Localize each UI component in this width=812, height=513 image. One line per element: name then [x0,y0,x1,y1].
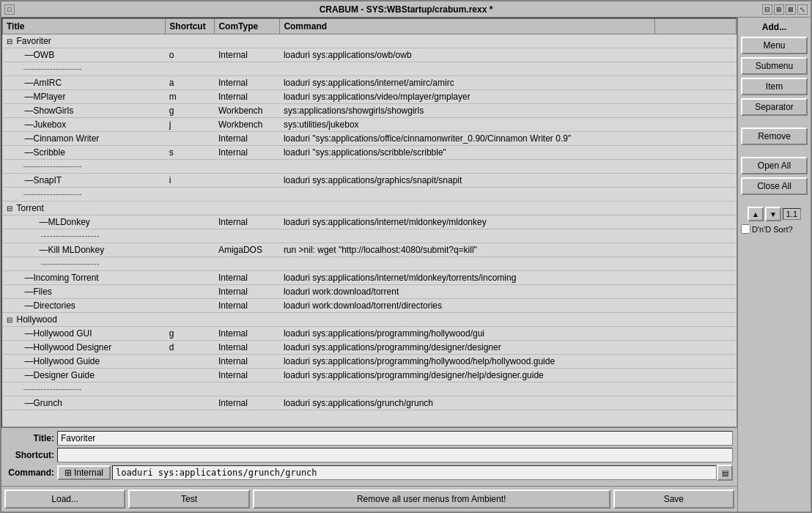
table-row[interactable]: ⊟Favoriter [3,34,737,48]
close-all-button[interactable]: Close All [741,177,808,195]
item-shortcut-cell: j [166,118,215,132]
item-title-cell: —Incoming Torrent [3,271,166,285]
col-header-comtype: ComType [215,19,280,34]
sidebar-divider-3 [741,198,808,204]
move-down-button[interactable]: ▼ [765,207,781,221]
group-cell [166,313,215,327]
item-title-cell: —OWB [3,48,166,62]
item-command-cell: loaduri sys:applications/programming/hol… [280,327,654,341]
table-row[interactable]: -------------------- [3,160,737,174]
table-row[interactable]: —Hollywood DesignerdInternalloaduri sys:… [3,341,737,355]
item-shortcut-cell [166,215,215,229]
item-extra-cell [654,341,736,355]
zoom-button[interactable]: ⊠ [786,4,796,15]
table-row[interactable]: —Incoming TorrentInternalloaduri sys:app… [3,271,737,285]
item-shortcut-cell: a [166,76,215,90]
group-cell [654,34,736,48]
test-button[interactable]: Test [128,490,249,509]
add-menu-button[interactable]: Menu [741,37,808,54]
resize-button[interactable]: ⤡ [797,4,808,15]
command-field-row: Command: ⊞ Internal ▤ [6,465,733,481]
item-command-cell: loaduri "sys:applications/office/cinnamo… [280,132,654,146]
table-row[interactable]: —Hollywood GUIgInternalloaduri sys:appli… [3,327,737,341]
table-row[interactable]: ⊟Torrent [3,202,737,215]
tree-expander-icon[interactable]: ⊟ [7,204,17,213]
arrow-row: ▲ ▼ 1.1 [741,207,808,221]
tree-expander-icon[interactable]: ⊟ [7,37,17,45]
group-cell [280,34,654,48]
table-row[interactable]: —ShowGirlsgWorkbenchsys:applications/sho… [3,104,737,118]
table-row[interactable]: —FilesInternalloaduri work:download/torr… [3,285,737,299]
table-row[interactable]: —MLDonkeyInternalloaduri sys:application… [3,215,737,229]
item-extra-cell [654,76,736,90]
command-input[interactable] [112,465,717,480]
table-row[interactable]: —JukeboxjWorkbenchsys:utilities/jukebox [3,118,737,132]
table-row[interactable]: —Kill MLDonkeyAmigaDOSrun >nil: wget "ht… [3,243,737,257]
table-row[interactable]: -------------------- [3,383,737,396]
depth-button[interactable]: ⊞ [774,4,784,15]
item-comtype-cell: Internal [215,327,280,341]
item-extra-cell [654,327,736,341]
item-title-cell: —Directories [3,299,166,313]
table-row[interactable]: -------------------- [3,229,737,243]
item-title-cell: —Scribble [3,146,166,160]
title-input[interactable] [57,431,733,446]
item-title-cell: —SnapIT [3,174,166,188]
dnd-sort-checkbox[interactable] [741,224,750,234]
shortcut-input[interactable] [57,448,733,462]
command-type-button[interactable]: ⊞ Internal [57,465,111,480]
table-row[interactable]: —DirectoriesInternalloaduri work:downloa… [3,299,737,313]
table-row[interactable]: —MPlayermInternalloaduri sys:application… [3,90,737,104]
remove-button[interactable]: Remove [741,128,808,145]
group-cell [166,202,215,215]
group-cell [654,313,736,327]
remove-all-button[interactable]: Remove all user menus from Ambient! [253,490,610,509]
table-row[interactable]: —ScribblesInternalloaduri "sys:applicati… [3,146,737,160]
table-row[interactable]: —GrunchInternalloaduri sys:applications/… [3,396,737,410]
item-command-cell: loaduri sys:applications/graphics/snapit… [280,174,654,188]
item-extra-cell [654,174,736,188]
table-row[interactable]: -------------------- [3,188,737,202]
item-extra-cell [654,118,736,132]
item-title-cell: —Hollywood Designer [3,341,166,355]
open-all-button[interactable]: Open All [741,157,808,174]
tree-expander-icon[interactable]: ⊟ [7,316,17,324]
table-row[interactable]: —Cinnamon WriterInternalloaduri "sys:app… [3,132,737,146]
item-command-cell: loaduri "sys:applications/scribble/scrib… [280,146,654,160]
item-shortcut-cell [166,243,215,257]
col-header-shortcut: Shortcut [166,19,215,34]
item-title-cell: —AmIRC [3,76,166,90]
load-button[interactable]: Load... [4,490,125,509]
add-separator-button[interactable]: Separator [741,98,808,116]
item-extra-cell [654,243,736,257]
title-field-row: Title: [6,431,733,446]
save-button[interactable]: Save [613,490,734,509]
item-extra-cell [654,396,736,410]
table-row[interactable]: —AmIRCaInternalloaduri sys:applications/… [3,76,737,90]
table-row[interactable]: —Hollywood GuideInternalloaduri sys:appl… [3,355,737,369]
add-item-button[interactable]: Item [741,78,808,95]
table-row[interactable]: —SnapITiloaduri sys:applications/graphic… [3,174,737,188]
command-browse-button[interactable]: ▤ [717,465,733,481]
table-row[interactable]: ⊟Hollywood [3,313,737,327]
table-row[interactable]: -------------------- [3,257,737,271]
sidebar-divider-2 [741,148,808,154]
item-shortcut-cell: s [166,146,215,160]
item-command-cell: loaduri sys:applications/programming/des… [280,341,654,355]
item-extra-cell [654,369,736,383]
title-bar-left: □ [4,4,15,15]
command-type-label: Internal [74,468,103,478]
table-row[interactable]: —Designer GuideInternalloaduri sys:appli… [3,369,737,383]
add-submenu-button[interactable]: Submenu [741,57,808,75]
sidebar-header: Add... [741,21,808,34]
item-command-cell: loaduri sys:applications/internet/mldonk… [280,271,654,285]
move-up-button[interactable]: ▲ [748,207,764,221]
item-title-cell: —Hollywood Guide [3,355,166,369]
dnd-sort-label: D'n'D Sort? [752,225,793,234]
close-button[interactable]: □ [4,4,15,15]
tree-table[interactable]: Title Shortcut ComType Command ⊟Favorite… [1,18,737,427]
iconify-button[interactable]: ⊟ [762,4,772,15]
item-shortcut-cell: o [166,48,215,62]
table-row[interactable]: -------------------- [3,62,737,76]
table-row[interactable]: —OWBoInternalloaduri sys:applications/ow… [3,48,737,62]
